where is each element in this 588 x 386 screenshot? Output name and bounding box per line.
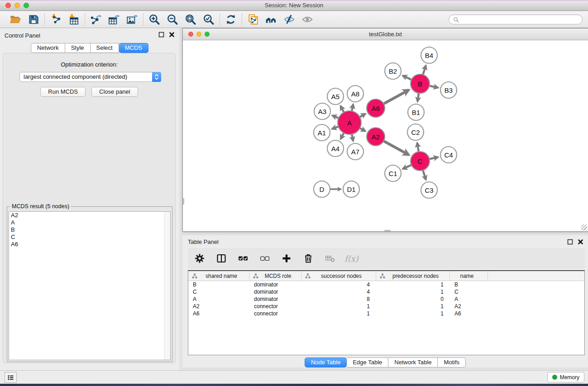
tab-edge-table[interactable]: Edge Table <box>347 357 388 367</box>
cell-successor-nodes[interactable]: 4 <box>301 281 376 288</box>
import-table-button[interactable] <box>67 13 81 26</box>
search-input[interactable] <box>459 16 578 23</box>
memory-button[interactable]: Memory <box>547 372 584 382</box>
tab-node-table[interactable]: Node Table <box>305 357 347 367</box>
refresh-network-button[interactable] <box>224 13 238 26</box>
table-row[interactable]: Bdominator41B <box>188 281 584 288</box>
delete-column-button[interactable] <box>301 251 316 266</box>
cell-MCDS-role[interactable]: connector <box>249 310 301 317</box>
node-B[interactable]: B <box>411 74 430 93</box>
first-neighbors-button[interactable] <box>264 13 278 26</box>
function-builder-button[interactable]: f(x) <box>344 254 359 263</box>
tab-style[interactable]: Style <box>65 43 91 53</box>
close-window-button[interactable] <box>5 3 11 8</box>
zoom-fit-button[interactable] <box>184 13 197 26</box>
cell-shared-name[interactable]: A2 <box>188 303 249 310</box>
mcds-result-list[interactable]: A2ABCA6 <box>9 211 171 360</box>
cell-shared-name[interactable]: A <box>188 296 249 302</box>
zoom-out-button[interactable] <box>166 13 179 26</box>
zoom-selected-button[interactable] <box>202 13 215 26</box>
column-header-shared-name[interactable]: shared name <box>188 271 249 281</box>
node-A7[interactable]: A7 <box>347 143 363 160</box>
criterion-dropdown[interactable]: largest connected component (directed) <box>19 72 161 82</box>
tab-network-table[interactable]: Network Table <box>388 357 438 367</box>
cell-name[interactable]: A2 <box>450 303 488 310</box>
result-item[interactable]: B <box>9 226 170 234</box>
network-zoom-button[interactable] <box>205 32 210 37</box>
vertical-scroll-thumb[interactable] <box>183 198 184 205</box>
node-D[interactable]: D <box>314 181 330 197</box>
table-row[interactable]: Cdominator41C <box>188 288 584 295</box>
cell-successor-nodes[interactable]: 4 <box>301 289 376 295</box>
cell-successor-nodes[interactable]: 1 <box>301 310 376 317</box>
select-all-button[interactable] <box>236 251 250 266</box>
zoom-in-button[interactable] <box>148 13 161 26</box>
open-session-button[interactable] <box>9 13 22 26</box>
node-A4[interactable]: A4 <box>327 140 344 157</box>
node-C[interactable]: C <box>411 152 430 171</box>
node-A8[interactable]: A8 <box>347 86 363 102</box>
result-scrollbar[interactable] <box>164 212 170 360</box>
table-options-button[interactable] <box>192 251 207 266</box>
hide-graphics-details-button[interactable] <box>282 13 296 26</box>
result-item[interactable]: A2 <box>9 212 170 219</box>
network-canvas[interactable]: AA1A3A4A5A7A8A6A2BB1B2B3B4CC1C2C3C4DD1 <box>183 40 588 231</box>
result-item[interactable]: A6 <box>9 241 170 248</box>
resize-grip[interactable] <box>581 224 587 230</box>
cell-name[interactable]: A <box>450 296 488 302</box>
node-C4[interactable]: C4 <box>440 147 457 163</box>
table-row[interactable]: A6connector11A6 <box>188 310 584 317</box>
node-A5[interactable]: A5 <box>327 88 344 105</box>
cell-predecessor-nodes[interactable]: 1 <box>376 310 450 317</box>
column-header-successor-nodes[interactable]: successor nodes <box>301 271 376 281</box>
cell-MCDS-role[interactable]: dominator <box>249 281 301 288</box>
cell-name[interactable]: B <box>450 281 488 288</box>
deselect-all-button[interactable] <box>258 251 272 266</box>
close-panel-icon[interactable] <box>169 32 175 38</box>
export-network-button[interactable] <box>89 13 103 26</box>
node-table[interactable]: shared nameMCDS rolesuccessor nodesprede… <box>188 270 585 355</box>
cell-shared-name[interactable]: C <box>188 289 249 295</box>
node-C3[interactable]: C3 <box>421 182 437 198</box>
network-minimize-button[interactable] <box>196 32 201 37</box>
cell-predecessor-nodes[interactable]: 1 <box>376 289 450 295</box>
cell-predecessor-nodes[interactable]: 1 <box>376 281 450 288</box>
node-A3[interactable]: A3 <box>314 103 330 119</box>
node-B2[interactable]: B2 <box>385 63 401 79</box>
node-A1[interactable]: A1 <box>314 124 330 141</box>
result-item[interactable]: A <box>9 219 170 226</box>
cell-name[interactable]: C <box>450 289 488 295</box>
cell-successor-nodes[interactable]: 1 <box>301 303 376 310</box>
run-mcds-button[interactable]: Run MCDS <box>40 87 86 97</box>
column-header-predecessor-nodes[interactable]: predecessor nodes <box>376 271 450 281</box>
cell-MCDS-role[interactable]: dominator <box>249 296 301 302</box>
cell-predecessor-nodes[interactable]: 1 <box>376 303 450 310</box>
add-column-button[interactable] <box>279 251 294 266</box>
column-header-name[interactable]: name <box>450 271 488 281</box>
show-graphics-details-button[interactable] <box>301 13 314 26</box>
window-controls[interactable] <box>5 3 29 8</box>
float-table-panel-icon[interactable] <box>567 239 573 245</box>
column-header-MCDS-role[interactable]: MCDS role <box>249 271 301 281</box>
task-history-button[interactable] <box>5 372 17 383</box>
search-box[interactable] <box>449 14 583 24</box>
minimize-window-button[interactable] <box>14 3 20 8</box>
node-A6[interactable]: A6 <box>367 99 385 117</box>
cell-successor-nodes[interactable]: 8 <box>301 296 376 302</box>
zoom-window-button[interactable] <box>24 3 29 8</box>
node-B4[interactable]: B4 <box>421 47 437 63</box>
duplicate-network-button[interactable] <box>246 13 260 26</box>
float-panel-icon[interactable] <box>158 32 164 38</box>
network-graph[interactable]: AA1A3A4A5A7A8A6A2BB1B2B3B4CC1C2C3C4DD1 <box>183 40 588 231</box>
node-B1[interactable]: B1 <box>408 104 424 120</box>
network-window-controls[interactable] <box>188 32 210 37</box>
tab-mcds[interactable]: MCDS <box>119 43 148 53</box>
tab-motifs[interactable]: Motifs <box>438 357 466 367</box>
cell-MCDS-role[interactable]: connector <box>249 303 301 310</box>
horizontal-scroll-thumb[interactable] <box>384 230 391 231</box>
cell-predecessor-nodes[interactable]: 0 <box>376 296 450 302</box>
node-A[interactable]: A <box>338 111 361 134</box>
node-C2[interactable]: C2 <box>407 124 424 140</box>
node-B3[interactable]: B3 <box>440 82 457 98</box>
table-row[interactable]: A2connector11A2 <box>188 303 584 310</box>
